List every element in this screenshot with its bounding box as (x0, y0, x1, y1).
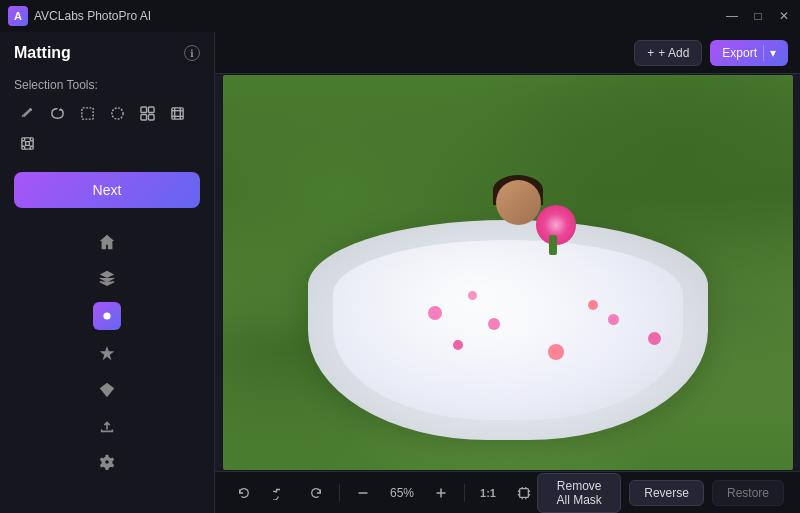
matting-icon[interactable] (93, 302, 121, 330)
restore-button[interactable]: Restore (712, 480, 784, 506)
one-to-one-button[interactable]: 1:1 (475, 480, 501, 506)
export-chevron-icon[interactable]: ▾ (770, 46, 776, 60)
export-button[interactable]: Export ▾ (710, 40, 788, 66)
crop-tool[interactable] (164, 100, 190, 126)
person-body (476, 180, 556, 300)
photo-container (223, 75, 793, 470)
export-divider (763, 45, 764, 61)
zoom-out-button[interactable] (350, 480, 376, 506)
svg-rect-0 (81, 107, 92, 118)
lasso-tool[interactable] (44, 100, 70, 126)
maximize-button[interactable]: □ (750, 9, 766, 23)
svg-rect-3 (148, 106, 154, 112)
bottom-left-controls: 65% 1:1 (231, 480, 537, 506)
svg-rect-4 (140, 114, 146, 120)
layers-icon[interactable] (93, 264, 121, 292)
separator-1 (339, 484, 340, 502)
zoom-in-button[interactable] (428, 480, 454, 506)
flower-6 (648, 332, 661, 345)
diamond-icon[interactable] (93, 376, 121, 404)
close-button[interactable]: ✕ (776, 9, 792, 23)
export-label: Export (722, 46, 757, 60)
app-logo: A (8, 6, 28, 26)
content-area: + + Add Export ▾ (215, 32, 800, 513)
svg-point-1 (111, 107, 122, 118)
redo-button[interactable] (303, 480, 329, 506)
svg-rect-5 (148, 114, 154, 120)
svg-rect-6 (171, 107, 182, 118)
rect-select-tool[interactable] (74, 100, 100, 126)
minimize-button[interactable]: — (724, 9, 740, 23)
fit-screen-button[interactable] (511, 480, 537, 506)
enhance-icon[interactable] (93, 340, 121, 368)
app-title: AVCLabs PhotoPro AI (34, 9, 151, 23)
title-bar: A AVCLabs PhotoPro AI — □ ✕ (0, 0, 800, 32)
selection-tools-label: Selection Tools: (0, 70, 214, 96)
sidebar-header: Matting ℹ (0, 32, 214, 70)
flower-4 (548, 344, 564, 360)
flower-2 (453, 340, 463, 350)
flower-8 (588, 300, 598, 310)
bottom-right-controls: Remove All Mask Reverse Restore (537, 473, 784, 513)
svg-rect-13 (359, 492, 368, 494)
remove-all-mask-button[interactable]: Remove All Mask (537, 473, 621, 513)
content-toolbar: + + Add Export ▾ (215, 32, 800, 74)
upload-icon[interactable] (93, 412, 121, 440)
transform-tool[interactable] (14, 130, 40, 156)
separator-2 (464, 484, 465, 502)
undo-button[interactable] (231, 480, 257, 506)
undo2-button[interactable] (267, 480, 293, 506)
home-icon[interactable] (93, 228, 121, 256)
svg-rect-2 (140, 106, 146, 112)
bouquet (531, 200, 586, 255)
flower-5 (608, 314, 619, 325)
plus-icon: + (647, 46, 654, 60)
title-bar-left: A AVCLabs PhotoPro AI (8, 6, 151, 26)
window-controls[interactable]: — □ ✕ (724, 9, 792, 23)
bouquet-stem (549, 235, 557, 255)
settings-icon[interactable] (93, 448, 121, 476)
sidebar-title: Matting (14, 44, 71, 62)
image-canvas[interactable] (215, 74, 800, 471)
sidebar: Matting ℹ Selection Tools: (0, 32, 215, 513)
zoom-level: 65% (386, 486, 418, 500)
flower-1 (428, 306, 442, 320)
flower-3 (488, 318, 500, 330)
main-layout: Matting ℹ Selection Tools: (0, 32, 800, 513)
svg-rect-15 (437, 492, 446, 494)
figure-container (298, 170, 718, 440)
add-label: + Add (658, 46, 689, 60)
next-button[interactable]: Next (14, 172, 200, 208)
sidebar-icons (0, 220, 214, 484)
magic-select-tool[interactable] (134, 100, 160, 126)
tools-row (0, 96, 214, 164)
ellipse-select-tool[interactable] (104, 100, 130, 126)
svg-rect-16 (520, 488, 529, 497)
reverse-button[interactable]: Reverse (629, 480, 704, 506)
add-button[interactable]: + + Add (634, 40, 702, 66)
pen-tool[interactable] (14, 100, 40, 126)
svg-point-12 (103, 312, 110, 319)
one-to-one-label: 1:1 (480, 487, 496, 499)
bottom-bar: 65% 1:1 Remove All Mask Reverse Restore (215, 471, 800, 513)
svg-rect-11 (21, 137, 32, 148)
info-icon[interactable]: ℹ (184, 45, 200, 61)
